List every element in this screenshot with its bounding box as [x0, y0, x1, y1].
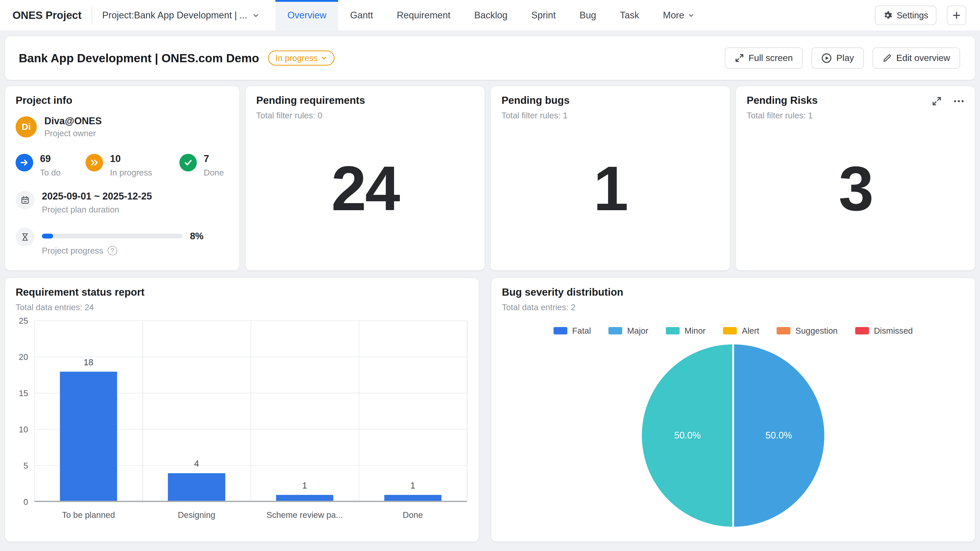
tab-more[interactable]: More: [651, 0, 706, 30]
legend-item[interactable]: Suggestion: [776, 326, 838, 336]
stat-done: 7 Done: [180, 153, 224, 178]
v-gridline: [467, 321, 467, 502]
help-icon[interactable]: ?: [108, 246, 117, 256]
tab-task[interactable]: Task: [608, 0, 651, 30]
app-window: ONES Project Project:Bank App Developmen…: [0, 0, 980, 551]
tab-requirement[interactable]: Requirement: [385, 0, 462, 30]
progress-fill: [42, 233, 53, 239]
todo-label: To do: [40, 168, 61, 178]
page-title: Bank App Development | ONES.com Demo: [19, 51, 259, 65]
fullscreen-icon: [932, 96, 942, 106]
bar-slot: 18: [35, 321, 143, 502]
project-selector[interactable]: Project:Bank App Development | ...: [102, 10, 259, 21]
bar-slots: 18411: [35, 321, 467, 502]
legend-item[interactable]: Fatal: [554, 326, 591, 336]
todo-count: 69: [40, 153, 61, 164]
top-nav: ONES Project Project:Bank App Developmen…: [0, 0, 980, 31]
legend-swatch: [666, 327, 679, 334]
hourglass-icon: [16, 227, 34, 246]
status-badge[interactable]: In progress: [268, 51, 335, 65]
legend-swatch: [855, 327, 869, 334]
double-chevron-right-icon: [89, 158, 99, 167]
project-selector-label: Project:Bank App Development | ...: [102, 10, 247, 21]
pie-chart: 50.0%50.0%: [502, 345, 964, 527]
bar-slot: 1: [251, 321, 359, 502]
pending-requirements-value: 24: [256, 121, 474, 262]
progress-line: 8%: [42, 231, 204, 241]
card-title: Pending bugs: [501, 94, 719, 106]
plan-duration-row: 2025-09-01 ~ 2025-12-25 Project plan dur…: [16, 191, 229, 214]
bar-value-label: 1: [410, 481, 415, 491]
overview-header: Bank App Development | ONES.com Demo In …: [5, 36, 975, 80]
brand-logo[interactable]: ONES Project: [13, 9, 82, 21]
in-progress-count: 10: [110, 153, 152, 164]
fullscreen-button[interactable]: Full screen: [725, 48, 803, 68]
x-axis-label: To be planned: [35, 510, 143, 520]
owner-row: Di Diva@ONES Project owner: [16, 116, 229, 138]
tab-gantt[interactable]: Gantt: [338, 0, 385, 30]
y-tick-label: 15: [19, 389, 28, 398]
add-component-button[interactable]: [947, 6, 966, 25]
pending-requirements-card: Pending requirements Total filter rules:…: [245, 86, 484, 270]
status-badge-label: In progress: [275, 53, 318, 63]
y-tick-label: 5: [24, 461, 28, 471]
gear-icon: [883, 11, 892, 20]
project-progress-row: 8% Project progress ?: [16, 227, 229, 256]
pending-bugs-value: 1: [501, 121, 719, 262]
stat-icon-1: [86, 154, 103, 171]
legend-swatch: [723, 327, 737, 334]
arrow-right-icon: [20, 158, 29, 167]
y-tick-label: 20: [19, 352, 28, 362]
y-tick-label: 25: [19, 316, 28, 326]
bug-severity-distribution-card: Bug severity distribution Total data ent…: [491, 278, 975, 541]
card-subtitle: Total filter rules: 0: [256, 111, 474, 121]
legend-item[interactable]: Dismissed: [855, 326, 913, 336]
legend-label: Alert: [742, 326, 759, 336]
chart-title: Requirement status report: [16, 286, 467, 298]
card-subtitle: Total filter rules: 1: [747, 111, 964, 121]
x-axis-label: Scheme review pa...: [251, 510, 359, 520]
pending-risks-value: 3: [747, 121, 964, 262]
pie-circle: 50.0%50.0%: [642, 345, 824, 527]
y-tick-label: 0: [24, 497, 28, 507]
tab-label: Bug: [579, 10, 596, 21]
legend-swatch: [554, 327, 567, 334]
tab-backlog[interactable]: Backlog: [463, 0, 520, 30]
chart-subtitle: Total data entries: 2: [502, 303, 964, 312]
x-axis-label: Done: [359, 510, 467, 520]
pie-slice-label: 50.0%: [765, 430, 792, 441]
tab-label: Task: [620, 10, 639, 21]
settings-label: Settings: [897, 11, 928, 21]
plan-duration-value: 2025-09-01 ~ 2025-12-25: [42, 191, 152, 202]
edit-overview-button[interactable]: Edit overview: [873, 48, 960, 68]
tab-bug[interactable]: Bug: [568, 0, 608, 30]
h-gridline: [35, 501, 467, 502]
plan-duration-label: Project plan duration: [42, 205, 152, 214]
chevron-down-icon: [688, 12, 694, 18]
legend-item[interactable]: Major: [608, 326, 648, 336]
pencil-icon: [883, 53, 892, 63]
legend-swatch: [776, 327, 791, 334]
progress-caption: Project progress ?: [42, 246, 204, 256]
tab-label: Gantt: [350, 10, 373, 21]
legend-item[interactable]: Minor: [666, 326, 706, 336]
chart-subtitle: Total data entries: 24: [16, 303, 467, 312]
pie-legend: FatalMajorMinorAlertSuggestionDismissed: [502, 326, 964, 336]
tab-label: Sprint: [531, 10, 556, 21]
project-info-card: Project info Di Diva@ONES Project owner: [5, 86, 239, 270]
tab-sprint[interactable]: Sprint: [519, 0, 568, 30]
stat-in-progress: 10 In progress: [86, 153, 179, 178]
bar-x-labels: To be plannedDesigningScheme review pa..…: [35, 510, 467, 520]
fullscreen-label: Full screen: [749, 53, 793, 63]
bar-0: [60, 372, 117, 502]
nav-tabs: Overview Gantt Requirement Backlog Sprin…: [275, 0, 706, 30]
legend-swatch: [608, 327, 622, 334]
settings-button[interactable]: Settings: [875, 6, 936, 25]
expand-card-button[interactable]: [932, 96, 942, 106]
in-progress-label: In progress: [110, 168, 152, 178]
tab-overview[interactable]: Overview: [275, 0, 338, 30]
check-icon: [183, 158, 193, 167]
more-options-button[interactable]: [953, 96, 964, 106]
play-button[interactable]: Play: [811, 48, 864, 68]
legend-item[interactable]: Alert: [723, 326, 759, 336]
